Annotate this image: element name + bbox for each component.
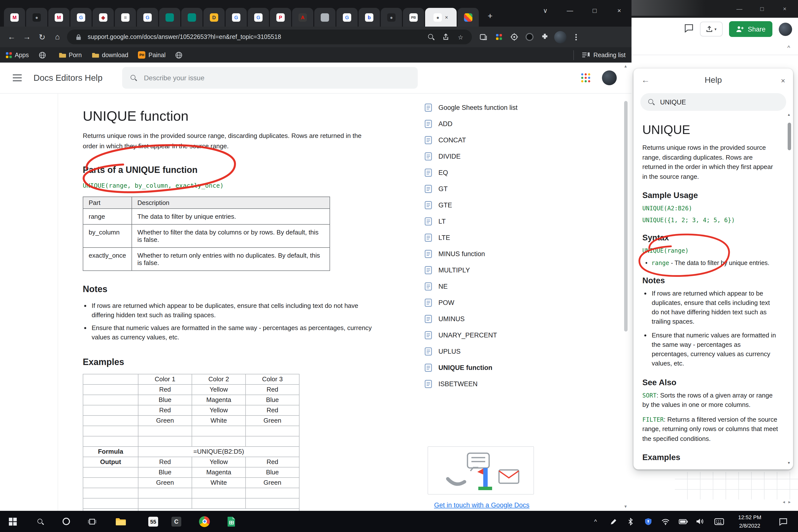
browser-tab[interactable]: b [359,8,380,26]
browser-tab[interactable]: G [71,8,92,26]
bookmark-star-icon[interactable]: ☆ [455,33,466,41]
help-site-title[interactable]: Docs Editors Help [34,73,102,83]
browser-tab[interactable]: M [48,8,70,26]
address-bar[interactable]: support.google.com/docs/answer/10522653?… [67,30,472,44]
sample-usage-link[interactable]: UNIQUE(A2:B26) [642,205,778,212]
chrome-taskbar-icon[interactable] [198,515,210,527]
function-list-item[interactable]: UNARY_PERCENT [424,327,529,343]
function-list-item[interactable]: NE [424,278,529,294]
function-list-item[interactable]: UMINUS [424,311,529,327]
tab-search-icon[interactable]: ∨ [533,7,557,14]
browser-tab[interactable] [181,8,203,26]
browser-tab[interactable]: M [4,8,25,26]
sample-usage-link[interactable]: UNIQUE({1, 2; 3, 4; 5, 6}) [642,217,778,224]
reading-list-button[interactable]: Reading list [573,50,626,60]
sheets-profile-avatar[interactable] [779,22,792,36]
function-list-item[interactable]: CONCAT [424,132,529,148]
browser-tab[interactable]: G [137,8,158,26]
browser-tab[interactable]: ≡ [115,8,136,26]
home-button[interactable]: ⌂ [50,29,65,44]
function-list-item[interactable]: GTE [424,197,529,213]
scroll-up-icon[interactable]: ▲ [624,64,628,69]
cortana-icon[interactable] [60,515,72,527]
back-button[interactable]: ← [4,29,19,44]
browser-tab[interactable]: G [248,8,269,26]
task-view-icon[interactable] [86,515,98,527]
url-text[interactable]: support.google.com/docs/answer/10522653?… [88,34,422,40]
contact-link[interactable]: Get in touch with a Google Docs [434,501,529,509]
sheets-taskbar-icon[interactable] [226,515,238,527]
browser-tab-active[interactable]: ●× [425,8,457,26]
maximize-button[interactable]: □ [582,7,607,14]
see-also-link[interactable]: FILTER [642,416,664,423]
minimize-button[interactable]: — [728,5,751,12]
browser-tab[interactable]: P [270,8,291,26]
pen-icon[interactable] [607,515,619,527]
share-button[interactable]: Share [729,21,773,37]
side-panel-icon[interactable] [476,29,491,44]
browser-profile-avatar[interactable] [554,31,567,43]
comment-icon[interactable] [684,24,694,35]
share-file-button[interactable]: ▾ [700,22,723,36]
see-also-link[interactable]: SORT [642,392,657,399]
function-list-item[interactable]: LTE [424,230,529,246]
scrollbar-thumb[interactable] [788,123,791,150]
start-button[interactable] [7,515,19,527]
close-icon[interactable]: × [773,76,785,84]
extension-grid-icon[interactable] [491,29,507,44]
tray-expand-icon[interactable]: ^ [590,515,602,527]
bookmark-folder[interactable]: download [92,52,128,58]
new-tab-button[interactable]: + [483,9,497,24]
scroll-down-icon[interactable]: ▼ [624,505,628,509]
touch-keyboard-icon[interactable] [713,515,725,527]
zoom-icon[interactable] [425,34,436,40]
account-avatar[interactable] [602,71,617,85]
bookmark-site[interactable]: PH Painal [138,51,166,59]
function-list-item[interactable]: ISBETWEEN [424,376,529,392]
battery-icon[interactable] [677,515,689,527]
security-shield-icon[interactable] [642,515,654,527]
browser-tab[interactable]: A [292,8,313,26]
forward-button[interactable]: → [19,29,35,44]
bookmark-apps[interactable]: Apps [6,52,29,58]
scroll-up-icon[interactable]: ▲ [787,113,791,116]
taskbar-clock[interactable]: 12:52 PM 2/8/2022 [730,513,770,530]
google-apps-icon[interactable] [580,72,591,83]
browser-tab[interactable]: G [226,8,247,26]
function-list-item[interactable]: GT [424,181,529,197]
scrollbar-thumb[interactable] [624,101,628,331]
browser-menu-icon[interactable] [568,29,584,44]
browser-tab[interactable]: D [204,8,225,26]
lens-icon[interactable] [522,29,537,44]
browser-tab[interactable]: PB [403,8,424,26]
bookmark-site[interactable] [175,52,185,58]
extensions-puzzle-icon[interactable] [537,29,552,44]
collapse-icon[interactable]: ^ [787,44,790,51]
target-icon[interactable] [507,29,522,44]
tab-close-icon[interactable]: × [445,15,448,20]
function-list-item[interactable]: MULTIPLY [424,262,529,278]
scroll-right-icon[interactable]: ▸ [788,499,794,505]
help-search-input[interactable]: Describe your issue [122,67,418,89]
file-explorer-icon[interactable] [115,515,127,527]
function-list-item[interactable]: EQ [424,165,529,181]
help-search-input[interactable]: UNIQUE [640,93,786,111]
scroll-down-icon[interactable]: ▼ [787,461,791,464]
close-button[interactable]: × [607,7,631,14]
function-list-item[interactable]: UPLUS [424,343,529,360]
bluetooth-icon[interactable] [625,515,636,527]
reload-button[interactable]: ↻ [35,29,50,44]
c-app-icon[interactable]: C [170,515,182,527]
browser-tab[interactable] [458,8,479,26]
action-center-icon[interactable] [777,515,789,527]
function-list-item[interactable]: LT [424,213,529,230]
share-icon[interactable] [440,34,451,40]
back-icon[interactable]: ← [641,75,654,85]
panel-scrollbar[interactable]: ▲ ▼ [786,113,792,466]
taskbar-search-icon[interactable] [35,515,46,527]
browser-tab[interactable]: ● [26,8,47,26]
maximize-button[interactable]: □ [751,5,773,12]
scroll-left-icon[interactable]: ◂ [783,499,788,505]
sheet-horizontal-scroll[interactable]: ◂▸ [783,499,794,505]
menu-hamburger-icon[interactable] [13,74,22,81]
